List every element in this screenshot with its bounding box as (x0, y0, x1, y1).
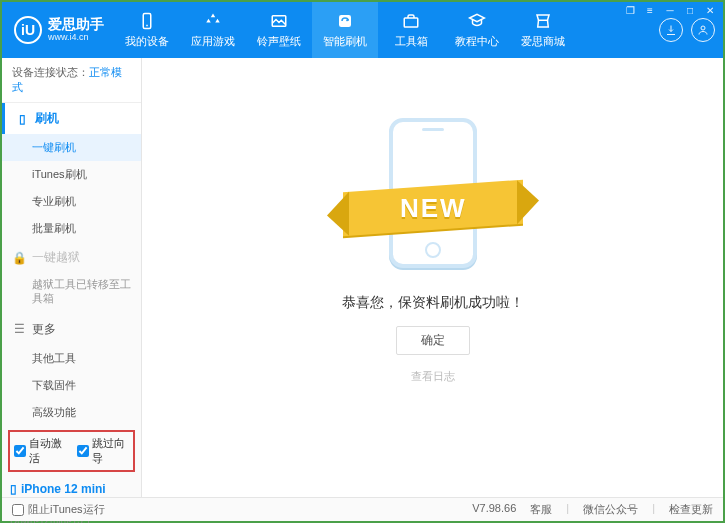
nav-flash[interactable]: 智能刷机 (312, 2, 378, 58)
sidebar-head-flash[interactable]: ▯ 刷机 (2, 103, 141, 134)
footer-link-support[interactable]: 客服 (530, 502, 552, 517)
flash-icon (335, 11, 355, 31)
maximize-button[interactable]: □ (683, 4, 697, 16)
window-controls: ❐ ≡ ─ □ ✕ (623, 4, 717, 16)
brand-title: 爱思助手 (48, 17, 104, 32)
nav-store[interactable]: 爱思商城 (510, 2, 576, 58)
brand-url: www.i4.cn (48, 33, 104, 43)
sidebar-item-download-fw[interactable]: 下载固件 (2, 372, 141, 399)
device-phone-icon: ▯ (10, 482, 17, 496)
titlebar: ❐ ≡ ─ □ ✕ iU 爱思助手 www.i4.cn 我的设备 应用游戏 (2, 2, 723, 58)
checkbox-auto-activate[interactable]: 自动激活 (14, 436, 67, 466)
sidebar-item-itunes-flash[interactable]: iTunes刷机 (2, 161, 141, 188)
toolbox-icon (401, 11, 421, 31)
ok-button[interactable]: 确定 (396, 326, 470, 355)
footer-link-update[interactable]: 检查更新 (669, 502, 713, 517)
nav-tutorial[interactable]: 教程中心 (444, 2, 510, 58)
wallpaper-icon (269, 11, 289, 31)
more-icon: ☰ (12, 322, 26, 336)
phone-small-icon: ▯ (15, 112, 29, 126)
top-nav: 我的设备 应用游戏 铃声壁纸 智能刷机 工具箱 教程中心 (114, 2, 576, 58)
footer-link-wechat[interactable]: 微信公众号 (583, 502, 638, 517)
sidebar-section-more: ☰ 更多 其他工具 下载固件 高级功能 (2, 314, 141, 426)
apps-icon (203, 11, 223, 31)
sparkle-icon: ✦ (489, 138, 501, 154)
logo-icon: iU (14, 16, 42, 44)
sidebar-head-jailbreak[interactable]: 🔒 一键越狱 (2, 242, 141, 273)
nav-ringtones[interactable]: 铃声壁纸 (246, 2, 312, 58)
brand: iU 爱思助手 www.i4.cn (2, 16, 114, 44)
view-log-link[interactable]: 查看日志 (411, 369, 455, 384)
nav-toolbox[interactable]: 工具箱 (378, 2, 444, 58)
svg-rect-4 (404, 18, 418, 27)
phone-icon (137, 11, 157, 31)
tutorial-icon (467, 11, 487, 31)
main-panel: NEW ✦ ✦ ✦ 恭喜您，保资料刷机成功啦！ 确定 查看日志 (142, 58, 723, 497)
sidebar-item-oneclick-flash[interactable]: 一键刷机 (2, 134, 141, 161)
sidebar: 设备连接状态：正常模式 ▯ 刷机 一键刷机 iTunes刷机 专业刷机 批量刷机… (2, 58, 142, 497)
close-button[interactable]: ✕ (703, 4, 717, 16)
minimize-button[interactable]: ─ (663, 4, 677, 16)
sidebar-item-advanced[interactable]: 高级功能 (2, 399, 141, 426)
nav-my-device[interactable]: 我的设备 (114, 2, 180, 58)
nav-apps[interactable]: 应用游戏 (180, 2, 246, 58)
body: 设备连接状态：正常模式 ▯ 刷机 一键刷机 iTunes刷机 专业刷机 批量刷机… (2, 58, 723, 497)
jailbreak-note: 越狱工具已转移至工具箱 (2, 273, 141, 314)
svg-rect-3 (339, 15, 351, 27)
sidebar-item-batch-flash[interactable]: 批量刷机 (2, 215, 141, 242)
connection-status: 设备连接状态：正常模式 (2, 58, 141, 103)
lock-icon: 🔒 (12, 251, 26, 265)
options-highlight-box: 自动激活 跳过向导 (8, 430, 135, 472)
new-ribbon: NEW (343, 180, 523, 237)
download-button[interactable] (659, 18, 683, 42)
success-message: 恭喜您，保资料刷机成功啦！ (342, 294, 524, 312)
app-window: ❐ ≡ ─ □ ✕ iU 爱思助手 www.i4.cn 我的设备 应用游戏 (0, 0, 725, 523)
device-name: ▯ iPhone 12 mini (10, 482, 133, 496)
footer: 阻止iTunes运行 V7.98.66 客服 | 微信公众号 | 检查更新 (2, 497, 723, 521)
menu-button[interactable]: ≡ (643, 4, 657, 16)
version-label: V7.98.66 (472, 502, 516, 517)
store-icon (533, 11, 553, 31)
sidebar-item-pro-flash[interactable]: 专业刷机 (2, 188, 141, 215)
titlebar-right (659, 18, 723, 42)
success-illustration: NEW ✦ ✦ ✦ (343, 108, 523, 278)
svg-point-5 (701, 26, 705, 30)
footer-right: V7.98.66 客服 | 微信公众号 | 检查更新 (472, 502, 713, 517)
sidebar-section-jailbreak: 🔒 一键越狱 越狱工具已转移至工具箱 (2, 242, 141, 314)
checkbox-skip-guide[interactable]: 跳过向导 (77, 436, 130, 466)
sidebar-section-flash: ▯ 刷机 一键刷机 iTunes刷机 专业刷机 批量刷机 (2, 103, 141, 242)
sparkle-icon: ✦ (363, 128, 375, 144)
sidebar-head-more[interactable]: ☰ 更多 (2, 314, 141, 345)
checkbox-block-itunes[interactable]: 阻止iTunes运行 (12, 502, 105, 517)
sidebar-item-other-tools[interactable]: 其他工具 (2, 345, 141, 372)
sparkle-icon: ✦ (371, 249, 379, 260)
user-button[interactable] (691, 18, 715, 42)
skin-button[interactable]: ❐ (623, 4, 637, 16)
